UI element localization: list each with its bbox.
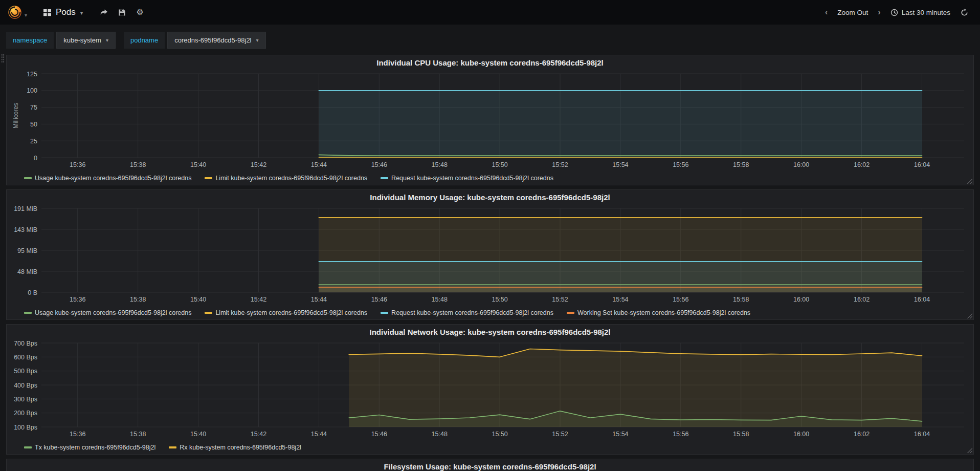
network-usage-chart-plot[interactable]: 15:3615:3815:4015:4215:4415:4615:4815:50… bbox=[12, 339, 968, 440]
svg-text:15:50: 15:50 bbox=[492, 161, 507, 168]
series-name-label: Request kube-system coredns-695f96dcd5-9… bbox=[391, 309, 553, 316]
memory-usage-chart-plot[interactable]: 15:3615:3815:4015:4215:4415:4615:4815:50… bbox=[12, 204, 968, 306]
dashboard-actions: ⚙ bbox=[95, 5, 148, 20]
svg-text:400 Bps: 400 Bps bbox=[14, 382, 37, 389]
refresh-icon bbox=[961, 9, 968, 16]
legend-item[interactable]: Tx kube-system coredns-695f96dcd5-98j2l bbox=[24, 444, 155, 451]
legend-item[interactable]: Usage kube-system coredns-695f96dcd5-98j… bbox=[24, 309, 191, 316]
series-name-label: Limit kube-system coredns-695f96dcd5-98j… bbox=[215, 309, 367, 316]
panel-title[interactable]: Individual CPU Usage: kube-system coredn… bbox=[7, 55, 973, 70]
series-name-label: Working Set kube-system coredns-695f96dc… bbox=[577, 309, 750, 316]
grafana-logo[interactable]: ▾ bbox=[7, 5, 27, 20]
legend-item[interactable]: Limit kube-system coredns-695f96dcd5-98j… bbox=[205, 309, 367, 316]
panel-title[interactable]: Individual Memory Usage: kube-system cor… bbox=[7, 190, 973, 204]
panel-title[interactable]: Individual Network Usage: kube-system co… bbox=[7, 325, 973, 339]
grafana-dashboard: { "navbar": { "dashboard_title": "Pods",… bbox=[0, 0, 980, 471]
panel-filesystem-usage: Filesystem Usage: kube-system coredns-69… bbox=[6, 459, 974, 471]
variable-podname-label: podname bbox=[124, 32, 165, 49]
chevron-left-icon: ‹ bbox=[825, 8, 828, 17]
series-name-label: Usage kube-system coredns-695f96dcd5-98j… bbox=[35, 309, 191, 316]
svg-text:500 Bps: 500 Bps bbox=[14, 368, 37, 375]
series-color-swatch bbox=[205, 177, 212, 179]
svg-text:143 MiB: 143 MiB bbox=[14, 226, 37, 233]
svg-text:15:40: 15:40 bbox=[190, 431, 206, 438]
dashboard-picker[interactable]: Pods ▾ bbox=[36, 0, 90, 25]
navbar-left: ▾ Pods ▾ bbox=[7, 0, 148, 25]
svg-text:15:58: 15:58 bbox=[733, 431, 749, 438]
top-navbar: ▾ Pods ▾ bbox=[0, 0, 980, 25]
variable-podname-value[interactable]: coredns-695f96dcd5-98j2l ▾ bbox=[167, 32, 265, 49]
svg-text:700 Bps: 700 Bps bbox=[14, 340, 37, 347]
svg-text:100: 100 bbox=[27, 87, 37, 94]
save-button[interactable] bbox=[114, 5, 130, 20]
svg-text:15:52: 15:52 bbox=[552, 431, 568, 438]
caret-down-icon: ▾ bbox=[80, 10, 83, 16]
zoom-out-label: Zoom Out bbox=[837, 9, 868, 16]
svg-text:15:44: 15:44 bbox=[311, 161, 327, 168]
chevron-right-icon: › bbox=[878, 8, 880, 17]
caret-down-icon: ▾ bbox=[256, 37, 259, 43]
variable-podname-current: coredns-695f96dcd5-98j2l bbox=[174, 36, 251, 44]
legend-item[interactable]: Usage kube-system coredns-695f96dcd5-98j… bbox=[24, 175, 191, 182]
gear-icon: ⚙ bbox=[136, 8, 143, 16]
cpu-usage-chart[interactable]: 15:3615:3815:4015:4215:4415:4615:4815:50… bbox=[7, 70, 973, 171]
series-name-label: Usage kube-system coredns-695f96dcd5-98j… bbox=[35, 175, 191, 182]
variable-namespace-label: namespace bbox=[6, 32, 54, 49]
variable-namespace-value[interactable]: kube-system ▾ bbox=[56, 32, 116, 49]
cpu-usage-legend: Usage kube-system coredns-695f96dcd5-98j… bbox=[24, 173, 973, 183]
svg-text:15:36: 15:36 bbox=[70, 431, 85, 438]
svg-text:15:58: 15:58 bbox=[733, 296, 749, 303]
svg-text:15:38: 15:38 bbox=[130, 296, 146, 303]
zoom-out-button[interactable]: Zoom Out bbox=[833, 5, 873, 20]
refresh-button[interactable] bbox=[956, 5, 973, 20]
apps-grid-icon bbox=[43, 9, 51, 16]
clock-icon bbox=[890, 9, 898, 16]
svg-text:16:02: 16:02 bbox=[854, 296, 870, 303]
svg-text:15:44: 15:44 bbox=[311, 296, 327, 303]
series-name-label: Limit kube-system coredns-695f96dcd5-98j… bbox=[215, 175, 367, 182]
svg-text:15:50: 15:50 bbox=[492, 296, 507, 303]
save-icon bbox=[118, 9, 126, 16]
svg-text:0 B: 0 B bbox=[28, 289, 37, 296]
svg-text:15:48: 15:48 bbox=[432, 161, 448, 168]
svg-text:125: 125 bbox=[27, 71, 37, 78]
svg-text:15:56: 15:56 bbox=[673, 431, 688, 438]
svg-text:15:58: 15:58 bbox=[733, 161, 749, 168]
svg-text:300 Bps: 300 Bps bbox=[14, 396, 37, 403]
svg-text:48 MiB: 48 MiB bbox=[17, 268, 37, 275]
legend-item[interactable]: Working Set kube-system coredns-695f96dc… bbox=[567, 309, 750, 316]
memory-usage-chart[interactable]: 15:3615:3815:4015:4215:4415:4615:4815:50… bbox=[7, 204, 973, 306]
svg-text:15:38: 15:38 bbox=[130, 431, 146, 438]
svg-text:16:00: 16:00 bbox=[793, 431, 809, 438]
svg-text:50: 50 bbox=[30, 121, 37, 128]
logo-caret-down-icon: ▾ bbox=[25, 12, 27, 20]
svg-text:15:42: 15:42 bbox=[251, 296, 266, 303]
legend-item[interactable]: Limit kube-system coredns-695f96dcd5-98j… bbox=[205, 175, 367, 182]
network-usage-chart[interactable]: 15:3615:3815:4015:4215:4415:4615:4815:50… bbox=[7, 339, 973, 440]
cpu-usage-chart-plot[interactable]: 15:3615:3815:4015:4215:4415:4615:4815:50… bbox=[12, 70, 968, 171]
svg-text:16:00: 16:00 bbox=[793, 296, 809, 303]
time-range-picker[interactable]: Last 30 minutes bbox=[886, 5, 955, 20]
svg-text:15:36: 15:36 bbox=[70, 296, 85, 303]
svg-text:15:48: 15:48 bbox=[432, 431, 448, 438]
time-shift-forward-button[interactable]: › bbox=[874, 6, 884, 19]
row-drag-handle[interactable] bbox=[1, 54, 5, 63]
svg-text:100 Bps: 100 Bps bbox=[14, 424, 37, 431]
variable-namespace: namespace kube-system ▾ bbox=[6, 32, 116, 49]
svg-text:Millicores: Millicores bbox=[12, 103, 19, 129]
svg-text:15:40: 15:40 bbox=[190, 161, 206, 168]
svg-text:15:50: 15:50 bbox=[492, 431, 507, 438]
dashboard-body: Individual CPU Usage: kube-system coredn… bbox=[0, 49, 980, 471]
svg-text:15:40: 15:40 bbox=[190, 296, 206, 303]
series-color-swatch bbox=[169, 446, 176, 448]
share-button[interactable] bbox=[95, 5, 113, 20]
svg-text:15:56: 15:56 bbox=[673, 296, 688, 303]
settings-button[interactable]: ⚙ bbox=[131, 5, 148, 20]
panel-title[interactable]: Filesystem Usage: kube-system coredns-69… bbox=[7, 459, 973, 471]
time-shift-back-button[interactable]: ‹ bbox=[821, 6, 832, 19]
svg-text:95 MiB: 95 MiB bbox=[17, 247, 37, 254]
svg-text:15:56: 15:56 bbox=[673, 161, 688, 168]
legend-item[interactable]: Request kube-system coredns-695f96dcd5-9… bbox=[381, 175, 553, 182]
legend-item[interactable]: Request kube-system coredns-695f96dcd5-9… bbox=[381, 309, 553, 316]
legend-item[interactable]: Rx kube-system coredns-695f96dcd5-98j2l bbox=[169, 444, 301, 451]
